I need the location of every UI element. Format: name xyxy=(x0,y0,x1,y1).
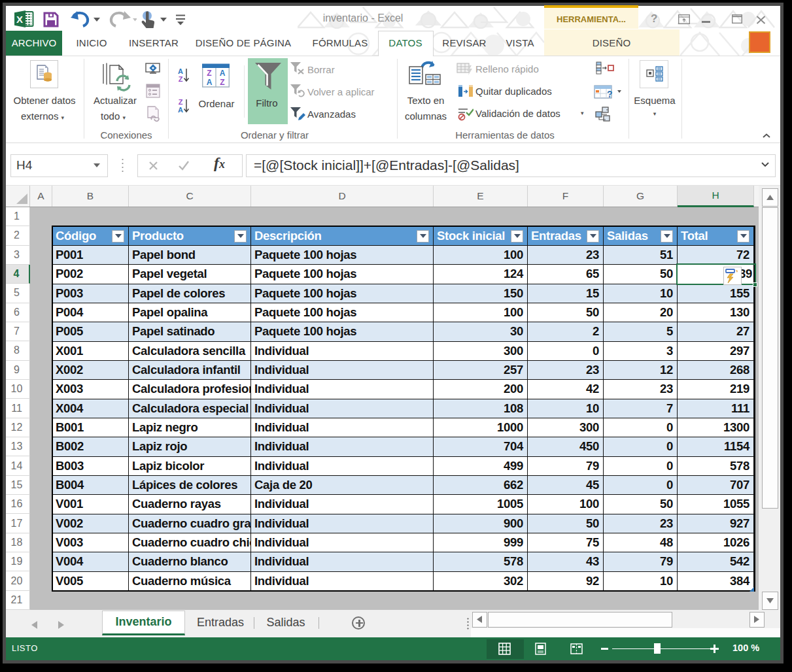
svg-text:A: A xyxy=(207,78,213,87)
svg-text:A: A xyxy=(220,69,226,78)
svg-text:?: ? xyxy=(607,89,613,99)
svg-text:Z: Z xyxy=(220,78,224,87)
svg-text:A: A xyxy=(178,106,183,114)
svg-text:Z: Z xyxy=(207,69,211,78)
svg-text:Z: Z xyxy=(179,75,183,83)
svg-text:A: A xyxy=(178,67,183,75)
svg-text:X: X xyxy=(16,14,23,25)
svg-text:Z: Z xyxy=(179,98,183,106)
